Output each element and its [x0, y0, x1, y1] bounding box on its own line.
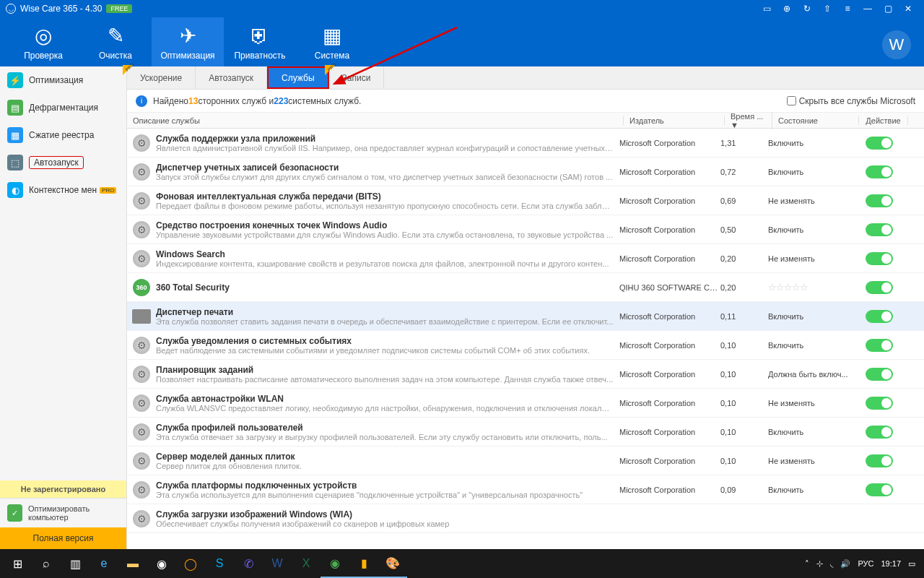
search-icon[interactable]: ⌕: [32, 549, 61, 578]
tab-Ускорение[interactable]: PROУскорение: [127, 66, 196, 89]
toggle-switch[interactable]: [866, 483, 893, 496]
tray-clock[interactable]: 19:17: [881, 559, 901, 568]
upload-icon[interactable]: ⇧: [817, 1, 837, 16]
toggle-switch[interactable]: [866, 223, 893, 236]
nav-Оптимизация[interactable]: ✈Оптимизация: [152, 17, 224, 66]
explorer-icon[interactable]: ▬: [118, 549, 147, 578]
hide-microsoft-checkbox[interactable]: Скрыть все службы Microsoft: [787, 96, 915, 106]
firefox-icon[interactable]: ◯: [176, 549, 205, 578]
tab-Автозапуск[interactable]: Автозапуск: [196, 66, 267, 89]
service-row[interactable]: ⚙ Windows Search Индексирование контента…: [127, 244, 924, 273]
info-bar: i Найдено 13 сторонних служб и 223 систе…: [127, 90, 924, 113]
language-icon[interactable]: ⊕: [777, 1, 797, 16]
sidebar-item-Дефрагментация[interactable]: ▤Дефрагментация: [0, 94, 126, 121]
close-icon[interactable]: ✕: [898, 1, 918, 16]
info-icon: i: [136, 95, 147, 107]
service-state: Включить: [768, 168, 803, 176]
service-time: 0,20: [720, 283, 768, 292]
feedback-icon[interactable]: ▭: [757, 1, 777, 16]
system-tray[interactable]: ˄ ⊹ ◟ 🔊 РУС 19:17 ▭: [805, 559, 921, 569]
service-row[interactable]: ⚙ Диспетчер учетных записей безопасности…: [127, 158, 924, 186]
sidebar-item-Автозапуск[interactable]: ⬚Автозапуск: [0, 149, 126, 176]
refresh-icon[interactable]: ↻: [797, 1, 817, 16]
optimize-computer-box[interactable]: ✓ Оптимизировать компьютер: [0, 498, 126, 527]
sidebar-item-Контекстное мен[interactable]: ◐Контекстное менPRO: [0, 176, 126, 204]
service-row[interactable]: ⚙ Служба автонастройки WLAN Служба WLANS…: [127, 389, 924, 418]
sidebar-item-Оптимизация[interactable]: ⚡Оптимизация: [0, 66, 126, 94]
service-row[interactable]: ⚙ Служба платформы подключенных устройст…: [127, 475, 924, 504]
paint-icon[interactable]: 🎨: [378, 549, 407, 578]
nav-Приватность[interactable]: ⛨Приватность: [224, 17, 296, 66]
service-row[interactable]: ⚙ Планировщик заданий Позволяет настраив…: [127, 360, 924, 389]
service-state: Не изменять: [768, 399, 815, 407]
service-time: 0,50: [720, 225, 768, 234]
toggle-switch[interactable]: [866, 368, 893, 381]
nav-label: Проверка: [24, 51, 63, 61]
edge-icon[interactable]: e: [90, 549, 118, 578]
tray-notifications-icon[interactable]: ▭: [908, 559, 915, 569]
nav-icon: ✈: [180, 24, 196, 48]
nav-Система[interactable]: ▦Система: [296, 17, 368, 66]
toggle-switch[interactable]: [866, 137, 893, 150]
service-row[interactable]: 360 360 Total Security QIHU 360 SOFTWARE…: [127, 273, 924, 302]
minimize-icon[interactable]: —: [858, 1, 878, 16]
start-button[interactable]: ⊞: [3, 549, 32, 578]
tab-Записи[interactable]: PROЗаписи: [329, 66, 385, 89]
360-icon[interactable]: ◉: [321, 549, 349, 578]
col-publisher[interactable]: Издатель: [624, 116, 725, 125]
toggle-switch[interactable]: [866, 454, 893, 467]
skype-icon[interactable]: S: [205, 549, 234, 578]
menu-icon[interactable]: ≡: [837, 1, 858, 16]
service-row[interactable]: ⚙ Служба загрузки изображений Windows (W…: [127, 504, 924, 533]
tray-wifi-icon[interactable]: ◟: [830, 559, 833, 569]
service-row[interactable]: ⚙ Служба поддержки узла приложений Являе…: [127, 129, 924, 158]
sidebar-icon: ▦: [7, 127, 23, 143]
toggle-switch[interactable]: [866, 281, 893, 294]
gear-icon: ⚙: [133, 192, 150, 210]
service-state: Не изменять: [768, 197, 815, 205]
service-publisher: Microsoft Corporation: [619, 457, 720, 465]
rating-stars[interactable]: ☆☆☆☆☆: [768, 282, 808, 293]
toggle-switch[interactable]: [866, 426, 893, 439]
tab-Службы[interactable]: Службы: [267, 66, 328, 89]
brand-watermark-icon: W: [882, 30, 911, 59]
task-view-icon[interactable]: ▥: [61, 549, 90, 578]
full-version-button[interactable]: Полная версия: [0, 527, 126, 549]
wisecare-icon[interactable]: ▮: [349, 549, 378, 578]
gear-icon: ⚙: [133, 423, 150, 441]
service-row[interactable]: ⚙ Сервер моделей данных плиток Сервер пл…: [127, 447, 924, 475]
col-time[interactable]: Время ... ▼: [725, 112, 772, 129]
chrome-icon[interactable]: ◉: [147, 549, 176, 578]
service-desc: Является административной службой IIS. Н…: [156, 144, 614, 152]
tray-chevron-icon[interactable]: ˄: [805, 559, 809, 569]
service-row[interactable]: ⚙ Фоновая интеллектуальная служба переда…: [127, 186, 924, 215]
col-state[interactable]: Состояние: [772, 116, 859, 125]
service-row[interactable]: ⚙ Служба уведомления о системных события…: [127, 331, 924, 360]
service-time: 0,10: [720, 399, 768, 407]
nav-Проверка[interactable]: ◎Проверка: [7, 17, 79, 66]
maximize-icon[interactable]: ▢: [878, 1, 898, 16]
viber-icon[interactable]: ✆: [234, 549, 263, 578]
nav-Очистка[interactable]: ✎Очистка: [79, 17, 152, 66]
tray-network-icon[interactable]: ⊹: [816, 559, 823, 569]
tray-volume-icon[interactable]: 🔊: [840, 559, 850, 569]
tray-language[interactable]: РУС: [858, 559, 873, 568]
excel-icon[interactable]: X: [292, 549, 321, 578]
toggle-switch[interactable]: [866, 252, 893, 265]
service-time: 0,69: [720, 197, 768, 205]
sidebar-item-Сжатие реестра[interactable]: ▦Сжатие реестра: [0, 121, 126, 149]
toggle-switch[interactable]: [866, 397, 893, 410]
toggle-switch[interactable]: [866, 194, 893, 207]
toggle-switch[interactable]: [866, 339, 893, 352]
word-icon[interactable]: W: [263, 549, 292, 578]
toggle-switch[interactable]: [866, 165, 893, 178]
col-action[interactable]: Действие: [859, 116, 908, 125]
service-time: 0,10: [720, 457, 768, 465]
service-name: Фоновая интеллектуальная служба передачи…: [156, 191, 614, 202]
service-row[interactable]: ⚙ Служба профилей пользователей Эта служ…: [127, 418, 924, 447]
service-row[interactable]: Диспетчер печати Эта служба позволяет ст…: [127, 302, 924, 331]
toggle-switch[interactable]: [866, 310, 893, 323]
service-row[interactable]: ⚙ Средство построения конечных точек Win…: [127, 215, 924, 244]
col-description[interactable]: Описание службы: [127, 116, 624, 125]
service-desc: Передает файлы в фоновом режиме работы, …: [156, 202, 614, 210]
